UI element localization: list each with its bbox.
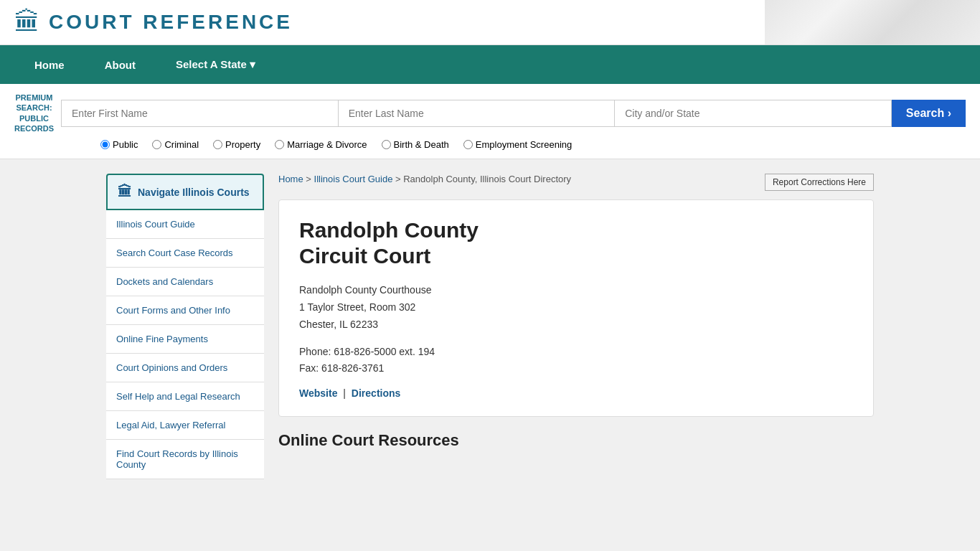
sidebar-item-find-court-records[interactable]: Find Court Records by Illinois County (106, 440, 264, 479)
radio-birth-death[interactable]: Birth & Death (382, 139, 449, 150)
search-button[interactable]: Search › (892, 100, 966, 127)
court-title: Randolph County Circuit Court (299, 217, 853, 269)
last-name-input[interactable] (338, 100, 615, 127)
court-address: Randolph County Courthouse 1 Taylor Stre… (299, 282, 853, 333)
sidebar-item-court-forms[interactable]: Court Forms and Other Info (106, 296, 264, 325)
radio-marriage-divorce[interactable]: Marriage & Divorce (275, 139, 367, 150)
content-area: Home > Illinois Court Guide > Randolph C… (278, 174, 874, 479)
sidebar-title: Navigate Illinois Courts (138, 187, 250, 198)
main-content: 🏛 Navigate Illinois Courts Illinois Cour… (99, 159, 881, 494)
search-inputs: Search › (61, 100, 966, 127)
breadcrumb-home[interactable]: Home (278, 174, 303, 184)
sidebar-item-online-fine-payments[interactable]: Online Fine Payments (106, 325, 264, 354)
nav-select-state[interactable]: Select A State ▾ (156, 45, 275, 84)
logo-area: 🏛 COURT REFERENCE (14, 7, 293, 37)
breadcrumb: Home > Illinois Court Guide > Randolph C… (278, 174, 874, 191)
radio-public[interactable]: Public (100, 139, 138, 150)
site-title: COURT REFERENCE (49, 11, 293, 34)
breadcrumb-guide[interactable]: Illinois Court Guide (314, 174, 393, 184)
sidebar-item-self-help[interactable]: Self Help and Legal Research (106, 382, 264, 411)
first-name-input[interactable] (61, 100, 338, 127)
page-header: 🏛 COURT REFERENCE (0, 0, 980, 45)
directions-link[interactable]: Directions (352, 387, 400, 399)
website-link[interactable]: Website (299, 387, 337, 399)
sidebar-item-court-opinions[interactable]: Court Opinions and Orders (106, 354, 264, 382)
court-phone: Phone: 618-826-5000 ext. 194 Fax: 618-82… (299, 344, 853, 378)
court-links: Website | Directions (299, 387, 853, 399)
radio-criminal[interactable]: Criminal (152, 139, 199, 150)
sidebar: 🏛 Navigate Illinois Courts Illinois Cour… (106, 174, 264, 479)
nav-about[interactable]: About (85, 45, 156, 84)
city-state-input[interactable] (614, 100, 892, 127)
nav-home[interactable]: Home (14, 45, 85, 84)
sidebar-item-search-court-case-records[interactable]: Search Court Case Records (106, 239, 264, 268)
sidebar-item-legal-aid[interactable]: Legal Aid, Lawyer Referral (106, 411, 264, 440)
report-corrections-button[interactable]: Report Corrections Here (765, 174, 874, 191)
courthouse-icon: 🏛 (14, 7, 40, 37)
radio-property[interactable]: Property (213, 139, 260, 150)
sidebar-item-dockets-calendars[interactable]: Dockets and Calendars (106, 268, 264, 296)
search-bar: PREMIUMSEARCH:PUBLICRECORDS Search › Pub… (0, 84, 980, 159)
sidebar-court-icon: 🏛 (118, 184, 132, 200)
sidebar-item-illinois-court-guide[interactable]: Illinois Court Guide (106, 210, 264, 239)
breadcrumb-current: Randolph County, Illinois Court Director… (403, 174, 571, 184)
main-nav: Home About Select A State ▾ (0, 45, 980, 84)
radio-row: Public Criminal Property Marriage & Divo… (100, 139, 966, 150)
links-separator: | (343, 387, 346, 399)
premium-label: PREMIUMSEARCH:PUBLICRECORDS (14, 93, 54, 133)
radio-employment-screening[interactable]: Employment Screening (463, 139, 572, 150)
court-card: Randolph County Circuit Court Randolph C… (278, 199, 874, 417)
online-resources-title: Online Court Resources (278, 431, 874, 450)
sidebar-header: 🏛 Navigate Illinois Courts (106, 174, 264, 210)
